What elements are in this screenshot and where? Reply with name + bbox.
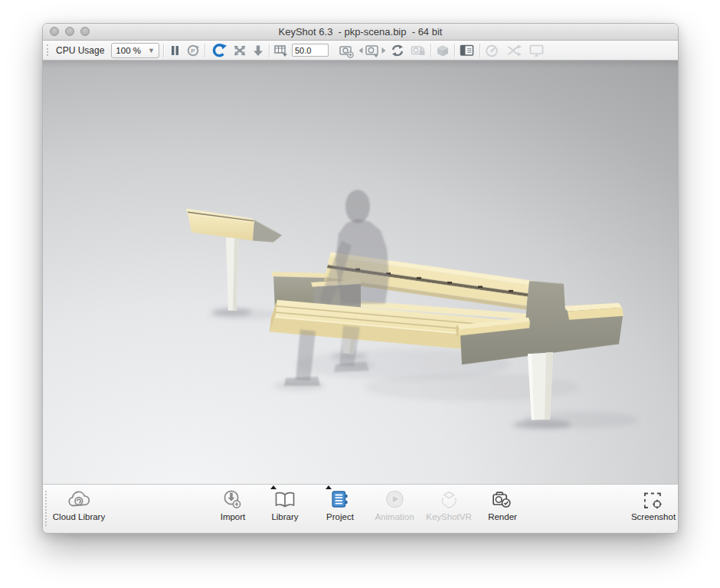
- cpu-usage-value: 100 %: [116, 46, 141, 55]
- app-window: KeyShot 6.3 - pkp-scena.bip - 64 bit CPU…: [42, 23, 679, 534]
- grid-export-icon[interactable]: [273, 44, 289, 57]
- viewport-top-shadow: [43, 60, 678, 68]
- panels-icon[interactable]: [459, 44, 476, 57]
- nav-label: Screenshot: [631, 512, 676, 521]
- ribbon-drag-handle[interactable]: [45, 491, 50, 526]
- camera-check-icon: [489, 488, 515, 511]
- add-camera-icon[interactable]: [338, 43, 355, 58]
- nav-label: Cloud Library: [53, 512, 105, 521]
- window-controls: [50, 27, 90, 36]
- down-arrow-icon[interactable]: [251, 44, 265, 57]
- monitor-icon[interactable]: [529, 44, 545, 57]
- book-icon: [271, 488, 299, 511]
- cpu-usage-select[interactable]: 100 % ▼: [111, 43, 159, 58]
- cpu-usage-label: CPU Usage: [56, 45, 104, 56]
- recycle-p-icon[interactable]: P: [185, 44, 201, 57]
- gauge-icon[interactable]: [484, 44, 499, 57]
- network-icon[interactable]: [506, 44, 522, 57]
- nav-label: KeyShotVR: [426, 512, 471, 521]
- separator: [479, 44, 480, 57]
- nav-import[interactable]: Import: [220, 488, 246, 521]
- camera-preset-icon[interactable]: [364, 43, 381, 58]
- nav-keyshotvr[interactable]: KeyShotVR: [426, 488, 471, 521]
- vr-icon: [437, 488, 461, 511]
- cube-icon[interactable]: [435, 44, 450, 57]
- lock-camera-icon[interactable]: [410, 43, 427, 58]
- zoom-button[interactable]: [80, 27, 90, 36]
- title-bar[interactable]: KeyShot 6.3 - pkp-scena.bip - 64 bit: [43, 24, 678, 41]
- realtime-viewport[interactable]: [43, 60, 678, 484]
- cloud-icon: [66, 488, 92, 511]
- nav-label: Animation: [375, 512, 414, 521]
- nav-library[interactable]: Library: [271, 488, 299, 521]
- separator: [205, 44, 205, 57]
- nav-render[interactable]: Render: [488, 488, 517, 521]
- close-button[interactable]: [50, 27, 59, 36]
- separator: [269, 44, 270, 57]
- prev-camera-icon[interactable]: [358, 44, 364, 57]
- window-title: KeyShot 6.3 - pkp-scena.bip - 64 bit: [43, 24, 678, 40]
- import-icon: [220, 488, 246, 511]
- toolbar-drag-handle[interactable]: [47, 44, 51, 56]
- nav-screenshot[interactable]: Screenshot: [631, 488, 676, 521]
- nav-label: Library: [271, 512, 298, 521]
- play-icon: [383, 488, 406, 511]
- nav-label: Render: [488, 512, 517, 521]
- separator: [430, 44, 431, 57]
- crosshair-capture-icon: [640, 488, 666, 511]
- nav-label: Import: [221, 512, 246, 521]
- separator: [163, 44, 164, 57]
- next-camera-icon[interactable]: [381, 44, 387, 57]
- bottom-ribbon: Cloud Library Import Library: [43, 484, 678, 533]
- main-toolbar: CPU Usage 100 % ▼ P: [43, 41, 678, 60]
- sync-cameras-icon[interactable]: [390, 44, 405, 57]
- brightness-input[interactable]: [292, 44, 329, 57]
- separator: [454, 44, 455, 57]
- refresh-render-icon[interactable]: [211, 43, 227, 58]
- nav-animation[interactable]: Animation: [375, 488, 414, 521]
- svg-text:P: P: [191, 47, 195, 54]
- minimize-button[interactable]: [65, 27, 74, 36]
- project-list-icon: [329, 488, 352, 511]
- pause-icon[interactable]: [169, 44, 182, 57]
- nav-cloud-library[interactable]: Cloud Library: [53, 488, 105, 521]
- viewport-3d-scene[interactable]: [43, 60, 678, 484]
- expand-arrows-icon[interactable]: [232, 44, 247, 57]
- nav-label: Project: [326, 512, 354, 521]
- nav-project[interactable]: Project: [326, 488, 354, 521]
- chevron-down-icon: ▼: [148, 47, 155, 54]
